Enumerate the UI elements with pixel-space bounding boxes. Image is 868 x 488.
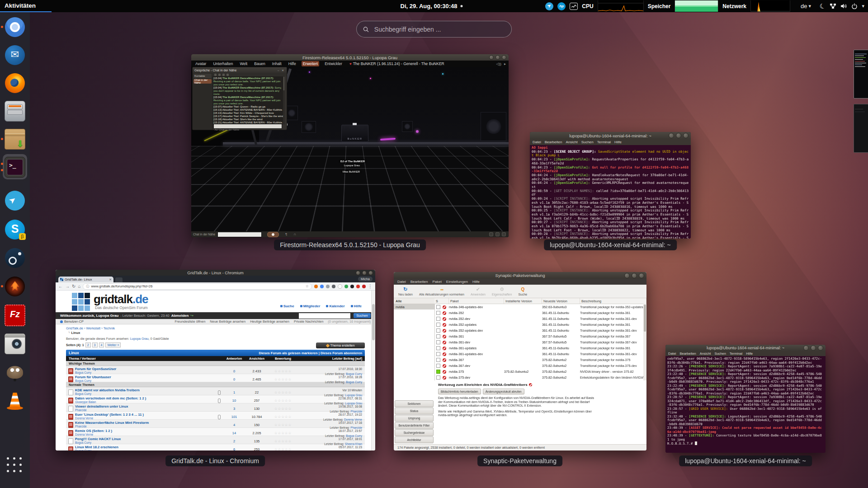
terminal-menu-item[interactable]: Hilfe <box>614 140 622 144</box>
gridtalk-brand[interactable]: gridtalk.de <box>94 292 148 306</box>
package-row[interactable]: nvidia-361-updates-dev 361.45.11-0ubuntu… <box>434 351 646 357</box>
terminal-menu-item[interactable]: Ansicht <box>700 352 711 356</box>
terminal-menu-item[interactable]: Ansicht <box>566 140 577 144</box>
thread-title-link[interactable]: Peng!!! Comic HACKT Linux <box>75 437 217 441</box>
extension-icon[interactable] <box>356 285 360 288</box>
page-link[interactable]: 2 <box>85 343 91 347</box>
dock-item-gimp[interactable] <box>5 362 25 383</box>
window-gridtalk-chromium[interactable]: GridTalk.de - Linux - Chromium GridTalk.… <box>56 270 375 450</box>
package-checkbox[interactable] <box>436 346 440 350</box>
dock-item-chromium[interactable] <box>5 17 25 38</box>
firestorm-menu-item[interactable]: Entwickler <box>323 61 344 66</box>
thread-rating[interactable]: ☆☆☆☆☆ <box>268 439 298 443</box>
page-link[interactable]: 4 <box>99 343 104 347</box>
thread-author-link[interactable]: Giuseppe Balan <box>75 400 217 404</box>
terminal-menu-item[interactable]: Terminal <box>730 352 742 356</box>
thread-rating[interactable]: ☆☆☆☆☆ <box>268 447 298 451</box>
power-icon[interactable] <box>851 3 858 9</box>
thread-rating[interactable]: ☆☆☆☆☆ <box>268 431 298 435</box>
activities-button[interactable]: Aktivitäten <box>0 0 43 11</box>
thread-row[interactable]: Keine Wasseroberfläche Linux Mint Firest… <box>66 420 365 428</box>
maximize-button[interactable] <box>811 345 816 351</box>
thread-title-link[interactable]: KDE warnt vor aktuellen Nvidia-Treibern <box>75 389 217 392</box>
thread-replies[interactable]: 1 <box>223 390 245 394</box>
site-info-icon[interactable]: ⓘ <box>86 284 89 289</box>
thread-replies[interactable]: 3 <box>223 407 245 411</box>
thread-replies[interactable]: 14 <box>223 431 245 435</box>
chevron-down-icon[interactable]: ▾ <box>862 3 864 9</box>
chat-tool-icon[interactable] <box>214 74 217 76</box>
thread-author-link[interactable]: Bogus Curry <box>75 379 217 383</box>
package-checkbox[interactable] <box>436 334 440 338</box>
toolbar-button[interactable] <box>495 232 500 236</box>
close-button[interactable] <box>502 55 506 60</box>
volume-icon[interactable] <box>840 3 847 9</box>
chat-tool-icon[interactable] <box>222 74 225 76</box>
usercp-link[interactable]: Benutzer-CP <box>60 319 84 324</box>
gridtalk-logo[interactable] <box>72 293 90 311</box>
dock-item-skype[interactable] <box>5 219 25 240</box>
thread-title-link[interactable]: Daten verschieben mit dem mc (Seiten: 1 … <box>75 397 217 400</box>
filter-button[interactable]: Suchergebnisse <box>395 429 434 436</box>
synaptic-menu-item[interactable]: Einstellungen <box>446 280 468 284</box>
chat-tool-icon[interactable] <box>226 74 229 76</box>
toolbar-button[interactable] <box>489 232 493 236</box>
home-icon[interactable]: ⌂ <box>78 284 80 289</box>
thread-title-link[interactable]: Forum für OpenSuseUser <box>75 367 217 371</box>
thread-rating[interactable]: ☆☆☆☆☆ <box>268 415 298 419</box>
synaptic-menu-item[interactable]: Hilfe <box>472 280 480 284</box>
thread-title-link[interactable]: Forum für Ubuntuuser <box>75 375 217 379</box>
thread-title-link[interactable]: Remix OS (Seiten: 1 2 ) <box>75 429 217 433</box>
minimize-button[interactable] <box>669 133 674 138</box>
dock-item-package-installer[interactable] <box>5 129 25 150</box>
thread-rating[interactable]: ☆☆☆☆☆ <box>268 423 298 427</box>
thread-replies[interactable]: 2 <box>223 439 245 443</box>
package-row[interactable]: nvidia-352-dev 361.45.11-0ubuntu Transit… <box>434 316 646 322</box>
microphone-icon[interactable]: ¶ <box>285 232 287 236</box>
maximize-button[interactable] <box>676 133 681 138</box>
terminal-menu-item[interactable]: Datei <box>533 140 541 144</box>
forum-actions[interactable]: Dieses Forum als gelesen markieren | Die… <box>259 351 362 355</box>
headphone-icon[interactable]: ∩ <box>293 232 296 236</box>
firestorm-menu-item[interactable]: Avatar <box>194 61 208 66</box>
filter-button[interactable]: Status <box>395 408 434 414</box>
thread-replies[interactable]: 10 <box>223 399 245 403</box>
thread-rating[interactable]: ☆☆☆☆☆ <box>268 390 298 394</box>
network-icon[interactable] <box>830 3 836 9</box>
package-row[interactable]: nvidia-352 361.45.11-0ubuntu Transitiona… <box>434 310 646 316</box>
user-bar-link[interactable]: Neue Beiträge ansehen <box>210 319 245 324</box>
thread-row[interactable]: Forum für UbuntuuserBogus Curry 0 2.465 … <box>66 374 365 382</box>
thread-rating[interactable]: ☆☆☆☆☆ <box>268 407 298 411</box>
thread-replies[interactable]: 6 <box>223 447 245 451</box>
synaptic-toolbar-button[interactable]: Alle Aktualisierungen vormerken <box>419 286 464 296</box>
contacts-button[interactable]: Kontakte <box>193 74 212 78</box>
system-monitor-icon[interactable] <box>570 3 578 10</box>
dock-item-telegram[interactable] <box>5 190 25 211</box>
thread-row[interactable]: Euer 'Linux-Desktop' (Seiten: 1 2 3 4 ..… <box>66 412 365 420</box>
dock-item-filezilla[interactable] <box>5 305 25 326</box>
show-applications-button[interactable] <box>7 457 23 474</box>
package-checkbox[interactable] <box>436 352 440 356</box>
thread-title-link[interactable]: Keine Wasseroberfläche Linux Mint Firest… <box>75 421 217 425</box>
close-button[interactable] <box>683 133 689 138</box>
site-nav-link[interactable]: Kalender <box>326 304 344 308</box>
extension-icon[interactable] <box>332 285 335 288</box>
workspace-thumbnail-1[interactable] <box>854 50 868 99</box>
package-row[interactable]: nvidia-352-updates 361.45.11-0ubuntu Tra… <box>434 322 646 328</box>
keyboard-layout-indicator[interactable]: de▾ <box>801 3 811 9</box>
package-row[interactable]: nvidia-375-dev 375.82-0ubuntu2 Entwicklu… <box>434 375 646 380</box>
firestorm-menu-item[interactable]: Hilfe <box>287 61 297 66</box>
package-checkbox[interactable] <box>436 328 440 333</box>
dock-item-firefox[interactable] <box>5 73 25 94</box>
browser-tab[interactable]: GridTalk.de- Linux ✕ <box>58 277 113 282</box>
minimize-button[interactable] <box>624 273 630 278</box>
extension-icon[interactable] <box>314 285 318 288</box>
firestorm-location[interactable]: ♥The BuNKER (1.96.151.24) - Generell - T… <box>349 61 444 66</box>
user-bar-link[interactable]: Freundesliste öffnen <box>175 319 206 324</box>
thread-rating[interactable]: ☆☆☆☆☆ <box>268 369 298 373</box>
firestorm-menu-item[interactable]: Inhalt <box>271 61 283 66</box>
package-row[interactable]: nvidia-361 367.57-0ubuntu5 Transitional … <box>434 333 646 339</box>
page-scrollbar[interactable] <box>371 291 375 450</box>
thread-author-link[interactable]: Dorena Verne <box>75 417 217 420</box>
synaptic-toolbar-button[interactable]: Eigenschaften <box>492 286 512 296</box>
